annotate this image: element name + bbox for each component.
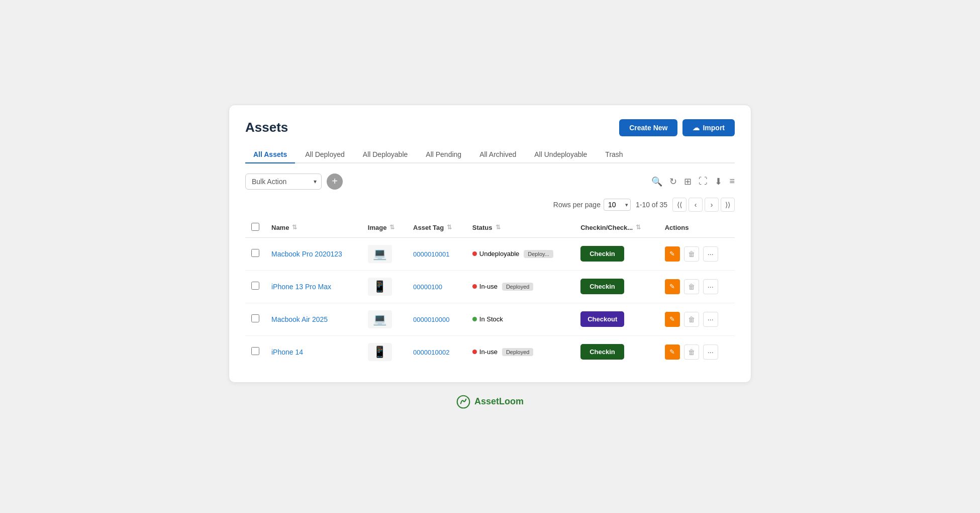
- th-name-sort-icon[interactable]: ⇅: [292, 224, 297, 231]
- table-header-row: Name ⇅ Image ⇅ Asset Tag ⇅: [245, 218, 735, 238]
- edit-button-3[interactable]: ✎: [665, 345, 680, 360]
- row-status-cell: In Stock: [466, 303, 574, 335]
- asset-image-2: 💻: [368, 310, 392, 328]
- more-button-2[interactable]: ···: [703, 312, 718, 327]
- header-actions: Create New ☁ Import: [619, 119, 735, 136]
- asset-tag-3: 0000010002: [413, 349, 449, 356]
- tab-all-undeployable[interactable]: All Undeployable: [526, 146, 595, 163]
- table-body: Macbook Pro 2020123 💻 0000010001 Undeplo…: [245, 237, 735, 368]
- add-button[interactable]: +: [327, 174, 343, 190]
- asset-name-link-3[interactable]: iPhone 14: [271, 348, 303, 356]
- row-checkbox-3[interactable]: [251, 347, 259, 355]
- row-checkbox-cell: [245, 237, 265, 270]
- rows-select-wrapper: 10 25 50 100: [604, 199, 631, 211]
- asset-image-3: 📱: [368, 343, 392, 361]
- th-status: Status ⇅: [466, 218, 574, 238]
- filter-icon[interactable]: ≡: [729, 176, 735, 187]
- status-badge-container-2: In Stock: [472, 315, 568, 323]
- table-row: iPhone 13 Pro Max 📱 00000100 In-use Depl…: [245, 270, 735, 303]
- row-action-cell: Checkout: [574, 303, 659, 335]
- page-navigation: ⟨⟨ ‹ › ⟩⟩: [672, 198, 735, 212]
- asset-name-link-1[interactable]: iPhone 13 Pro Max: [271, 283, 331, 291]
- th-image-sort-icon[interactable]: ⇅: [389, 224, 395, 231]
- columns-icon[interactable]: ⊞: [684, 176, 692, 187]
- more-button-1[interactable]: ···: [703, 279, 718, 294]
- tab-trash[interactable]: Trash: [597, 146, 631, 163]
- row-checkbox-2[interactable]: [251, 314, 259, 322]
- row-status-cell: Undeployable Deploy...: [466, 237, 574, 270]
- prev-page-button[interactable]: ‹: [689, 198, 703, 212]
- th-actions: Actions: [659, 218, 735, 238]
- delete-button-3[interactable]: 🗑: [684, 345, 699, 360]
- toolbar-right: 🔍 ↻ ⊞ ⛶ ⬇ ≡: [651, 176, 735, 187]
- th-asset-tag-label: Asset Tag: [413, 224, 444, 231]
- actions-container-2: ✎ 🗑 ···: [665, 312, 729, 327]
- checkin-button-1[interactable]: Checkin: [580, 279, 624, 294]
- refresh-icon[interactable]: ↻: [669, 176, 677, 187]
- brand-name-part2: Loom: [499, 396, 524, 406]
- asset-tag-2: 0000010000: [413, 316, 449, 323]
- rows-per-page-select[interactable]: 10 25 50 100: [604, 199, 631, 211]
- first-page-button[interactable]: ⟨⟨: [672, 198, 687, 212]
- bulk-action-select[interactable]: Bulk Action Delete Selected Archive Sele…: [245, 174, 322, 190]
- th-checkin-label: Checkin/Check...: [580, 224, 633, 231]
- tab-all-archived[interactable]: All Archived: [471, 146, 524, 163]
- next-page-button[interactable]: ›: [705, 198, 719, 212]
- more-button-0[interactable]: ···: [703, 246, 718, 262]
- checkout-button-2[interactable]: Checkout: [580, 311, 624, 327]
- th-name: Name ⇅: [265, 218, 362, 238]
- row-image-cell: 📱: [362, 270, 407, 303]
- last-page-button[interactable]: ⟩⟩: [721, 198, 735, 212]
- th-checkin: Checkin/Check... ⇅: [574, 218, 659, 238]
- select-all-checkbox[interactable]: [251, 223, 259, 231]
- import-label: Import: [703, 124, 725, 132]
- asset-tag-1: 00000100: [413, 283, 442, 291]
- tabs-bar: All Assets All Deployed All Deployable A…: [245, 146, 735, 163]
- edit-button-1[interactable]: ✎: [665, 279, 680, 294]
- asset-name-link-0[interactable]: Macbook Pro 2020123: [271, 250, 342, 258]
- row-checkbox-0[interactable]: [251, 249, 259, 257]
- edit-button-2[interactable]: ✎: [665, 312, 680, 327]
- row-checkbox-cell: [245, 270, 265, 303]
- status-text-0: Undeployable: [479, 250, 520, 258]
- status-text-1: In-use: [479, 283, 498, 290]
- th-status-sort-icon[interactable]: ⇅: [496, 224, 501, 231]
- search-icon[interactable]: 🔍: [651, 176, 662, 187]
- status-text-3: In-use: [479, 348, 498, 356]
- row-name-cell: iPhone 13 Pro Max: [265, 270, 362, 303]
- row-checkbox-1[interactable]: [251, 282, 259, 290]
- header: Assets Create New ☁ Import: [245, 119, 735, 136]
- tab-all-deployed[interactable]: All Deployed: [297, 146, 353, 163]
- delete-button-1[interactable]: 🗑: [684, 279, 699, 294]
- th-asset-tag-sort-icon[interactable]: ⇅: [447, 224, 452, 231]
- delete-button-2[interactable]: 🗑: [684, 312, 699, 327]
- row-name-cell: iPhone 14: [265, 335, 362, 368]
- expand-icon[interactable]: ⛶: [699, 176, 708, 187]
- row-actions-cell: ✎ 🗑 ···: [659, 335, 735, 368]
- th-checkbox: [245, 218, 265, 238]
- delete-button-0[interactable]: 🗑: [684, 246, 699, 262]
- row-asset-tag-cell: 0000010002: [407, 335, 466, 368]
- edit-button-0[interactable]: ✎: [665, 246, 680, 262]
- status-badge-container-3: In-use Deployed: [472, 348, 568, 356]
- status-badge-container-0: Undeployable Deploy...: [472, 250, 568, 258]
- create-new-button[interactable]: Create New: [619, 119, 677, 136]
- more-button-3[interactable]: ···: [703, 345, 718, 360]
- brand-logo-icon: [456, 395, 470, 409]
- import-button[interactable]: ☁ Import: [682, 119, 735, 136]
- tab-all-pending[interactable]: All Pending: [418, 146, 469, 163]
- footer-brand: AssetLoom: [456, 395, 524, 409]
- th-checkin-sort-icon[interactable]: ⇅: [636, 224, 641, 231]
- download-icon[interactable]: ⬇: [715, 176, 722, 187]
- tab-all-assets[interactable]: All Assets: [245, 146, 295, 163]
- asset-name-link-2[interactable]: Macbook Air 2025: [271, 315, 328, 323]
- brand-name: AssetLoom: [474, 396, 524, 407]
- tab-all-deployable[interactable]: All Deployable: [355, 146, 416, 163]
- table-row: iPhone 14 📱 0000010002 In-use Deployed C…: [245, 335, 735, 368]
- status-text-2: In Stock: [479, 315, 503, 323]
- toolbar: Bulk Action Delete Selected Archive Sele…: [245, 174, 735, 190]
- checkin-button-0[interactable]: Checkin: [580, 246, 624, 262]
- checkin-button-3[interactable]: Checkin: [580, 344, 624, 360]
- row-asset-tag-cell: 00000100: [407, 270, 466, 303]
- row-action-cell: Checkin: [574, 270, 659, 303]
